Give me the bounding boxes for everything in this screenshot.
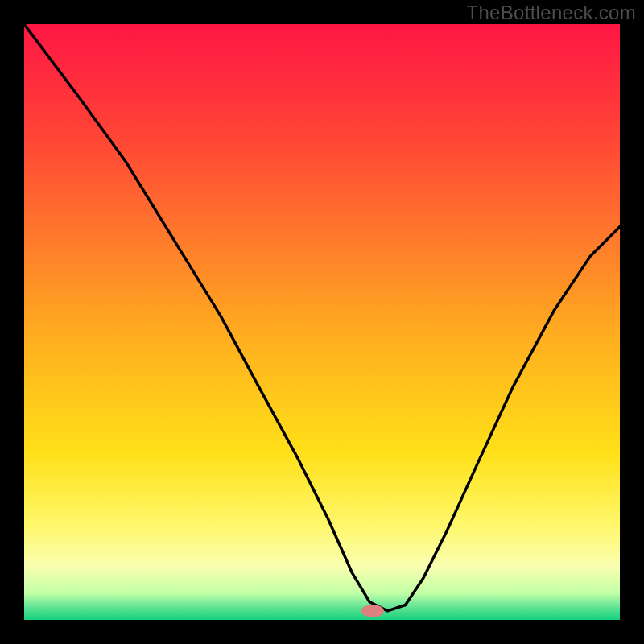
watermark-text: TheBottleneck.com bbox=[466, 2, 636, 24]
optimal-marker bbox=[361, 605, 384, 617]
gradient-background bbox=[24, 24, 620, 620]
plot-area bbox=[24, 24, 620, 620]
chart-svg bbox=[24, 24, 620, 620]
chart-container: TheBottleneck.com bbox=[0, 0, 644, 644]
